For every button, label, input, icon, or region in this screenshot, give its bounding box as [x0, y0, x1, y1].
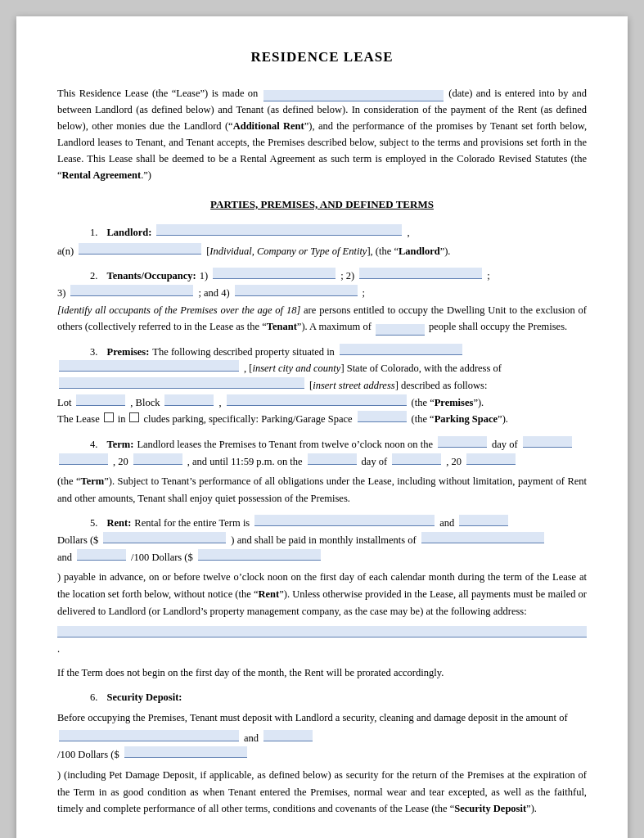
rent-text1: Rental for the entire Term is	[134, 515, 250, 532]
term-start-day-field[interactable]	[438, 436, 487, 448]
in-label: in	[118, 411, 126, 428]
rent-cents-field[interactable]	[459, 515, 508, 526]
term-num: 4.	[90, 436, 97, 453]
prorate-line: If the Term does not begin on the first …	[57, 665, 587, 682]
parking-text1: The Lease	[57, 411, 100, 428]
security-line1: 6. Security Deposit: Before occupying th…	[57, 689, 587, 746]
date-field[interactable]	[263, 90, 444, 101]
term-line1: 4. Term: Landlord leases the Premises to…	[57, 436, 587, 453]
landlord-an: a(n)	[57, 243, 74, 260]
security-text1: Before occupying the Premises, Tenant mu…	[57, 710, 568, 727]
premises-comma: ,	[218, 394, 221, 412]
security-section: 6. Security Deposit: Before occupying th…	[57, 689, 587, 817]
rent-and: and	[439, 515, 454, 532]
rent-bold: Rent	[258, 588, 279, 600]
premises-address-field[interactable]	[59, 377, 304, 389]
tenant2-end: ;	[487, 268, 489, 285]
tenant4-sep: ; and 4)	[198, 285, 229, 302]
tenant2-field[interactable]	[359, 268, 482, 279]
term-label: Term:	[107, 436, 134, 453]
parking-end: (the “Parking Space”).	[412, 411, 508, 428]
premises-bold: Premises	[435, 397, 474, 408]
tenants-line2: 3) ; and 4) ;	[57, 285, 587, 302]
prorate-text: If the Term does not begin on the first …	[57, 667, 444, 678]
tenant2-sep: ; 2)	[340, 268, 354, 285]
security-cents-field[interactable]	[263, 730, 313, 741]
intro-text1: This Residence Lease (the “Lease”) is ma…	[57, 88, 258, 99]
rent-text4: ) and shall be paid in monthly installme…	[231, 532, 416, 549]
landlord-label: Landlord:	[107, 224, 152, 241]
tenant1-num: 1)	[200, 268, 208, 285]
landlord-line2: a(n) [Individual, Company or Type of Ent…	[57, 243, 587, 260]
term-text2: day of	[492, 436, 518, 453]
rent-monthly-cents-field[interactable]	[77, 549, 126, 561]
rent-and2: and	[57, 549, 72, 566]
premises-text3: [insert street address] described as fol…	[309, 377, 487, 394]
premises-county-field[interactable]	[59, 360, 239, 372]
security-amount-field[interactable]	[124, 746, 247, 758]
rent-address-period: .	[57, 643, 60, 655]
term-start-month-field[interactable]	[523, 436, 572, 448]
term-paren: (the “Term”). Subject to Tenant’s perfor…	[57, 473, 587, 507]
term-start-year-field[interactable]	[59, 453, 108, 465]
rent-address-line: .	[57, 626, 587, 658]
tenant1-field[interactable]	[213, 268, 336, 279]
term-line2: , 20 , and until 11:59 p.m. on the day o…	[57, 453, 587, 507]
tenants-num: 2.	[90, 268, 97, 285]
landlord-entity-type: Individual, Company or Type of Entity	[209, 246, 367, 257]
term-section: 4. Term: Landlord leases the Premises to…	[57, 436, 587, 507]
rent-address-field[interactable]	[57, 626, 587, 638]
security-label: Security Deposit:	[107, 689, 182, 706]
tenant3-field[interactable]	[70, 285, 193, 296]
rent-monthly-words-field[interactable]	[421, 532, 544, 543]
landlord-bracket: [Individual, Company or Type of Entity],…	[206, 243, 450, 260]
premises-text2: , [insert city and county] State of Colo…	[244, 360, 502, 377]
term-text3: , and until 11:59 p.m. on the	[187, 453, 303, 471]
tenant4-end: ;	[363, 285, 365, 302]
rent-line2: Dollars ($ ) and shall be paid in monthl…	[57, 532, 587, 549]
tenant-bold: Tenant	[267, 321, 297, 332]
tenant4-field[interactable]	[235, 285, 358, 296]
premises-desc-field[interactable]	[227, 394, 407, 406]
max-occupants-field[interactable]	[376, 324, 425, 336]
premises-street-italic: insert street address	[313, 380, 394, 391]
rent-line3: and /100 Dollars ($ ) payable in advance…	[57, 549, 587, 620]
premises-block-field[interactable]	[164, 394, 214, 406]
landlord-entity-field[interactable]	[79, 243, 201, 255]
rent-dollars2: /100 Dollars ($	[131, 549, 193, 566]
premises-city-field[interactable]	[340, 344, 462, 355]
includes-checkbox[interactable]	[104, 412, 114, 422]
term-start-year2-field[interactable]	[133, 453, 182, 465]
term-end-year-field[interactable]	[466, 453, 516, 465]
landlord-name-field[interactable]	[156, 224, 402, 236]
premises-lot-line: Lot , Block , (the “Premises”).	[57, 394, 587, 412]
rent-num: 5.	[90, 515, 97, 532]
tenants-label: Tenants/Occupancy:	[107, 268, 196, 285]
intro-text2: (date) and is entered into by and betwee…	[57, 88, 587, 181]
security-words-field[interactable]	[59, 730, 239, 741]
rent-amount-field[interactable]	[103, 532, 226, 543]
tenants-italic-note: [identify all occupants of the Premises …	[57, 304, 300, 316]
premises-lot-field[interactable]	[76, 394, 125, 406]
premises-label: Premises:	[107, 344, 150, 361]
rent-line1: 5. Rent: Rental for the entire Term is a…	[57, 515, 587, 532]
parking-bold: Parking Space	[435, 413, 498, 425]
term-end-month-field[interactable]	[392, 453, 441, 465]
landlord-section: 1. Landlord: , a(n) [Individual, Company…	[57, 224, 587, 259]
premises-line3: [insert street address] described as fol…	[57, 377, 587, 394]
rent-monthly-amount-field[interactable]	[198, 549, 321, 561]
excludes-checkbox[interactable]	[129, 412, 139, 422]
landlord-line1: 1. Landlord: ,	[57, 224, 587, 241]
parking-space-field[interactable]	[358, 411, 407, 422]
intro-paragraph: This Residence Lease (the “Lease”) is ma…	[57, 85, 587, 183]
security-dollars: /100 Dollars ($	[57, 746, 119, 764]
term-text5: , 20	[446, 453, 462, 471]
term-end-day-field[interactable]	[308, 453, 357, 465]
rent-words-field[interactable]	[254, 515, 435, 526]
term-bold: Term	[80, 475, 104, 487]
rent-text7: ) payable in advance, on or before twelv…	[57, 569, 587, 619]
additional-rent-label: Additional Rent	[233, 120, 304, 132]
premises-text1: The following described property situate…	[152, 344, 335, 361]
term-text1: Landlord leases the Premises to Tenant f…	[137, 436, 433, 453]
premises-line1: 3. Premises: The following described pro…	[57, 344, 587, 361]
